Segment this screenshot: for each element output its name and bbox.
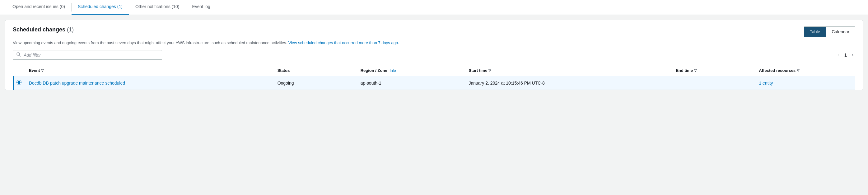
pagination-prev-button[interactable]: ‹ [836, 51, 841, 59]
row-select-cell[interactable] [13, 76, 26, 90]
view-toggle: Table Calendar [804, 26, 855, 37]
filter-input-wrapper[interactable] [13, 50, 162, 60]
col-header-select [13, 65, 26, 76]
tab-scheduled-changes[interactable]: Scheduled changes (1) [71, 0, 129, 14]
col-header-end-time: End time ▽ [672, 65, 755, 76]
svg-line-1 [19, 55, 21, 56]
view-calendar-button[interactable]: Calendar [826, 27, 855, 37]
view-older-changes-link[interactable]: View scheduled changes that occurred mor… [288, 40, 399, 45]
search-icon [16, 52, 24, 58]
row-region-cell: ap-south-1 [357, 76, 465, 90]
table-header-row: Event ▽ Status Region / Zone Info Start … [13, 65, 856, 76]
region-info-badge[interactable]: Info [390, 68, 396, 73]
start-time-sort-icon[interactable]: ▽ [489, 68, 491, 72]
row-radio-button[interactable] [17, 80, 22, 85]
col-header-event: Event ▽ [25, 65, 274, 76]
row-affected-cell: 1 entity [755, 76, 855, 90]
view-table-button[interactable]: Table [804, 27, 826, 37]
table-row: Docdb DB patch upgrade maintenance sched… [13, 76, 856, 90]
event-sort-icon[interactable]: ▽ [41, 68, 43, 72]
section-title: Scheduled changes (1) [13, 26, 74, 33]
col-header-status: Status [274, 65, 357, 76]
affected-link[interactable]: 1 entity [759, 80, 773, 86]
tab-event-log[interactable]: Event log [186, 0, 217, 14]
search-input[interactable] [24, 53, 159, 58]
col-header-affected: Affected resources ▽ [755, 65, 855, 76]
section-description: View upcoming events and ongoing events … [13, 40, 855, 46]
event-link[interactable]: Docdb DB patch upgrade maintenance sched… [29, 80, 125, 86]
end-time-sort-icon[interactable]: ▽ [694, 68, 696, 72]
scheduled-changes-table: Event ▽ Status Region / Zone Info Start … [13, 65, 855, 90]
tabs-bar: Open and recent issues (0) Scheduled cha… [0, 0, 868, 15]
affected-sort-icon[interactable]: ▽ [797, 68, 799, 72]
pagination-next-button[interactable]: › [850, 51, 855, 59]
col-header-start-time: Start time ▽ [465, 65, 672, 76]
row-start-time-cell: January 2, 2024 at 10:15:46 PM UTC-8 [465, 76, 672, 90]
tab-open-recent[interactable]: Open and recent issues (0) [6, 0, 71, 14]
filter-bar: ‹ 1 › [13, 50, 855, 60]
pagination: ‹ 1 › [836, 51, 855, 59]
row-event-cell: Docdb DB patch upgrade maintenance sched… [25, 76, 274, 90]
section-header: Scheduled changes (1) Table Calendar [13, 26, 855, 37]
row-status-cell: Ongoing [274, 76, 357, 90]
tab-other-notifications[interactable]: Other notifications (10) [129, 0, 186, 14]
section-title-group: Scheduled changes (1) [13, 26, 74, 33]
row-end-time-cell [672, 76, 755, 90]
main-content: Scheduled changes (1) Table Calendar Vie… [5, 20, 863, 91]
pagination-current-page: 1 [842, 51, 849, 59]
section-count: (1) [67, 26, 74, 33]
col-header-region: Region / Zone Info [357, 65, 465, 76]
